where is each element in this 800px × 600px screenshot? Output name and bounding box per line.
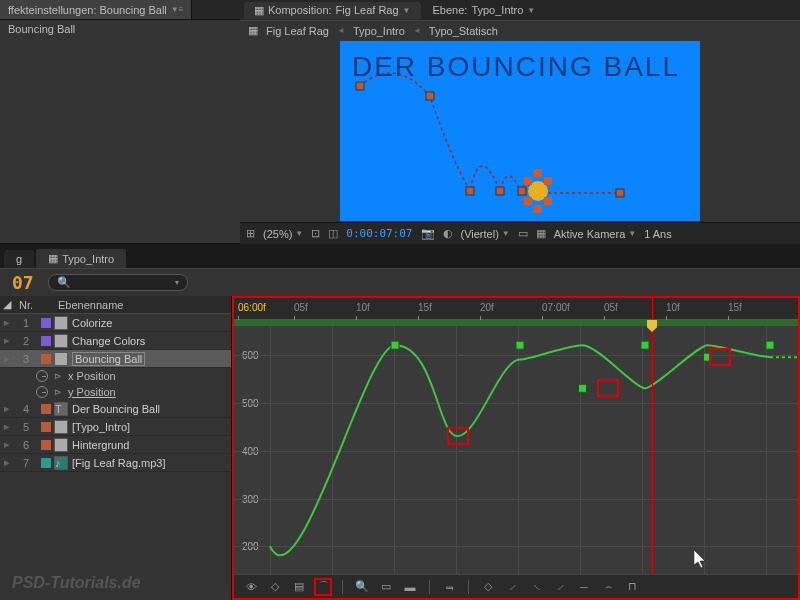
chevron-left-icon: ◄ (413, 26, 421, 35)
layer-tab[interactable]: Ebene: Typo_Intro ▼ (423, 2, 546, 18)
timeline-tab-active[interactable]: ▦ Typo_Intro (36, 249, 126, 268)
timeline-timecode[interactable]: 07 (4, 270, 42, 295)
svg-rect-11 (534, 169, 542, 177)
current-time-indicator[interactable] (652, 298, 653, 574)
ruler-mark: 05f (294, 302, 308, 313)
stopwatch-icon (36, 370, 48, 382)
svg-rect-14 (516, 341, 524, 349)
comp-flow-icon[interactable]: ▦ (248, 24, 258, 37)
keyframe-highlight (709, 348, 731, 366)
keyframe-highlight (447, 427, 469, 445)
fit-icon[interactable]: ▭ (377, 578, 395, 596)
svg-rect-4 (518, 187, 526, 195)
timeline-tab[interactable]: g (4, 250, 34, 268)
safe-zones-icon[interactable]: ◫ (328, 227, 338, 240)
svg-rect-1 (426, 92, 434, 100)
color-mgmt-icon[interactable]: ◐ (443, 227, 453, 240)
ruler-mark: 15f (728, 302, 742, 313)
edit-kf-icon[interactable]: ◇ (479, 578, 497, 596)
cursor-icon (694, 550, 710, 570)
dropdown-icon[interactable]: ▼ (403, 6, 411, 15)
zoom-dropdown[interactable]: (25%) ▼ (263, 228, 303, 240)
watermark: PSD-Tutorials.de (12, 574, 141, 592)
camera-dropdown[interactable]: Aktive Kamera ▼ (554, 228, 636, 240)
graph-type-icon[interactable]: ▤ (290, 578, 308, 596)
comp-tab[interactable]: ▦ Komposition: Fig Leaf Rag ▼ (244, 2, 421, 19)
svg-rect-8 (544, 177, 552, 185)
shy-icon[interactable]: ◢ (0, 298, 14, 311)
snap-icon[interactable]: ⌒ (314, 578, 332, 596)
layer-row[interactable]: ▸4TDer Bouncing Ball (0, 400, 231, 418)
ruler-mark: 07:00f (542, 302, 570, 313)
svg-rect-7 (524, 177, 532, 185)
preview-canvas: DER BOUNCING BALL (340, 41, 700, 221)
composition-panel: ▦ Komposition: Fig Leaf Rag ▼ Ebene: Typ… (240, 0, 800, 244)
viewer-timecode[interactable]: 0:00:07:07 (346, 227, 412, 240)
auto-bezier-icon[interactable]: ⌢ (599, 578, 617, 596)
svg-rect-18 (766, 341, 774, 349)
svg-rect-2 (466, 187, 474, 195)
layer-list: ◢ Nr. Ebenenname ▸1Colorize▸2Change Colo… (0, 296, 232, 600)
ruler-mark: 20f (480, 302, 494, 313)
property-row[interactable]: ⊳x Position (0, 368, 231, 384)
time-ruler[interactable]: 06:00f 05f10f15f20f07:00f05f10f15f (234, 298, 798, 320)
chevron-left-icon: ◄ (337, 26, 345, 35)
breadcrumb-item[interactable]: Typo_Statisch (429, 25, 498, 37)
ruler-mark: 10f (356, 302, 370, 313)
dropdown-icon[interactable]: ▾ (175, 278, 179, 287)
svg-rect-10 (544, 197, 552, 205)
keyframe-icon[interactable]: ◇ (266, 578, 284, 596)
dropdown-icon[interactable]: ▼ (527, 6, 535, 15)
stopwatch-icon (36, 386, 48, 398)
svg-rect-5 (616, 189, 624, 197)
graph-editor[interactable]: 06:00f 05f10f15f20f07:00f05f10f15f 60050… (232, 296, 800, 600)
ruler-mark: 10f (666, 302, 680, 313)
comp-icon: ▦ (48, 252, 58, 265)
layer-row[interactable]: ▸3Bouncing Ball (0, 350, 231, 368)
property-row[interactable]: ⊳y Position (0, 384, 231, 400)
ease-in-icon[interactable]: ⟍ (527, 578, 545, 596)
viewer-toolbar: ⊞ (25%) ▼ ⊡ ◫ 0:00:07:07 📷 ◐ (Viertel) ▼… (240, 222, 800, 244)
resolution-dropdown[interactable]: (Viertel) ▼ (461, 228, 510, 240)
layer-row[interactable]: ▸6Hintergrund (0, 436, 231, 454)
search-icon: 🔍 (57, 276, 71, 289)
graph-toolbar: 👁 ◇ ▤ ⌒ 🔍 ▭ ▬ ⫬ ◇ ⟋ ⟍ ⟋ ─ ⌢ ⊓ (234, 574, 798, 598)
ease-out-icon[interactable]: ⟋ (551, 578, 569, 596)
linear-icon[interactable]: ─ (575, 578, 593, 596)
effects-tab[interactable]: ffekteinstellungen: Bouncing Ball ▼≡ (0, 0, 192, 19)
col-name: Ebenenname (54, 299, 123, 311)
breadcrumb-item[interactable]: Typo_Intro (353, 25, 405, 37)
fit-all-icon[interactable]: ▬ (401, 578, 419, 596)
timeline-panel: g ▦ Typo_Intro 07 🔍 ▾ ◢ Nr. Ebenenname ▸… (0, 244, 800, 600)
breadcrumb-item[interactable]: Fig Leaf Rag (266, 25, 329, 37)
ruler-start: 06:00f (238, 302, 266, 313)
ease-icon[interactable]: ⟋ (503, 578, 521, 596)
keyframe-highlight (597, 379, 619, 397)
svg-rect-3 (496, 187, 504, 195)
svg-rect-16 (641, 341, 649, 349)
dropdown-icon[interactable]: ▼≡ (171, 5, 184, 14)
layer-row[interactable]: ▸7♪[Fig Leaf Rag.mp3] (0, 454, 231, 472)
transparency-grid-icon[interactable]: ▦ (536, 227, 546, 240)
graph-canvas[interactable]: 600500400300200 (234, 326, 798, 574)
comp-icon: ▦ (254, 4, 264, 17)
search-input[interactable]: 🔍 ▾ (48, 274, 188, 291)
col-nr: Nr. (14, 299, 38, 311)
grid-icon[interactable]: ⊞ (246, 227, 255, 240)
layer-row[interactable]: ▸2Change Colors (0, 332, 231, 350)
region-icon[interactable]: ▭ (518, 227, 528, 240)
snapshot-icon[interactable]: 📷 (421, 227, 435, 240)
composition-viewer[interactable]: DER BOUNCING BALL (240, 40, 800, 222)
views-dropdown[interactable]: 1 Ans (644, 228, 672, 240)
eye-icon[interactable]: 👁 (242, 578, 260, 596)
svg-rect-13 (391, 341, 399, 349)
effects-tab-label: ffekteinstellungen: Bouncing Ball (8, 4, 167, 16)
layer-row[interactable]: ▸1Colorize (0, 314, 231, 332)
svg-rect-0 (356, 82, 364, 90)
layer-row[interactable]: ▸5[Typo_Intro] (0, 418, 231, 436)
separate-dims-icon[interactable]: ⫬ (440, 578, 458, 596)
zoom-icon[interactable]: 🔍 (353, 578, 371, 596)
hold-icon[interactable]: ⊓ (623, 578, 641, 596)
ruler-mark: 15f (418, 302, 432, 313)
crop-icon[interactable]: ⊡ (311, 227, 320, 240)
